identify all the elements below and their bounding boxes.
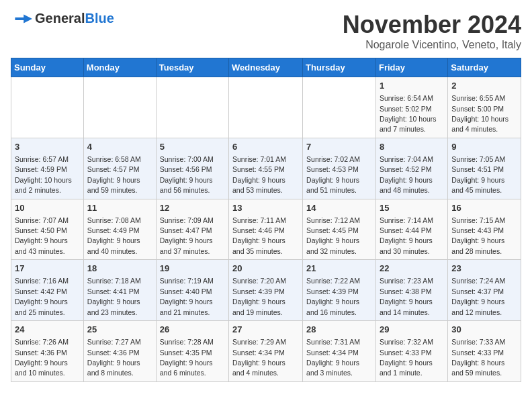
week-row-5: 24Sunrise: 7:26 AM Sunset: 4:36 PM Dayli… [11,321,521,382]
calendar-table: SundayMondayTuesdayWednesdayThursdayFrid… [11,58,521,382]
day-number: 23 [451,263,517,275]
header-day-tuesday: Tuesday [156,58,228,77]
day-cell: 19Sunrise: 7:19 AM Sunset: 4:40 PM Dayli… [156,260,228,321]
day-cell: 28Sunrise: 7:31 AM Sunset: 4:34 PM Dayli… [303,321,376,382]
day-number: 17 [15,263,80,275]
day-cell: 18Sunrise: 7:18 AM Sunset: 4:41 PM Dayli… [83,260,156,321]
day-info: Sunrise: 7:19 AM Sunset: 4:40 PM Dayligh… [160,277,214,316]
day-cell: 23Sunrise: 7:24 AM Sunset: 4:37 PM Dayli… [448,260,521,321]
day-number: 10 [15,202,80,214]
day-cell: 20Sunrise: 7:20 AM Sunset: 4:39 PM Dayli… [229,260,303,321]
day-cell: 2Sunrise: 6:55 AM Sunset: 5:00 PM Daylig… [448,77,521,138]
day-cell: 6Sunrise: 7:01 AM Sunset: 4:55 PM Daylig… [229,138,303,199]
day-cell: 22Sunrise: 7:23 AM Sunset: 4:38 PM Dayli… [375,260,447,321]
day-number: 7 [306,141,372,153]
day-info: Sunrise: 7:00 AM Sunset: 4:56 PM Dayligh… [160,155,214,194]
day-cell: 7Sunrise: 7:02 AM Sunset: 4:53 PM Daylig… [303,138,376,199]
day-number: 18 [87,263,152,275]
header-day-wednesday: Wednesday [229,58,303,77]
day-number: 25 [87,324,152,336]
day-number: 28 [306,324,372,336]
day-info: Sunrise: 6:58 AM Sunset: 4:57 PM Dayligh… [87,155,141,194]
day-info: Sunrise: 7:27 AM Sunset: 4:36 PM Dayligh… [87,338,141,377]
day-number: 8 [380,141,444,153]
day-info: Sunrise: 7:33 AM Sunset: 4:33 PM Dayligh… [451,338,505,377]
day-cell [303,77,376,138]
day-number: 15 [380,202,444,214]
day-cell: 30Sunrise: 7:33 AM Sunset: 4:33 PM Dayli… [448,321,521,382]
day-number: 20 [232,263,299,275]
day-number: 26 [160,324,225,336]
day-info: Sunrise: 7:24 AM Sunset: 4:37 PM Dayligh… [451,277,505,316]
header-day-sunday: Sunday [11,58,84,77]
day-info: Sunrise: 7:28 AM Sunset: 4:35 PM Dayligh… [160,338,214,377]
day-cell: 13Sunrise: 7:11 AM Sunset: 4:46 PM Dayli… [229,199,303,260]
day-cell: 1Sunrise: 6:54 AM Sunset: 5:02 PM Daylig… [375,77,447,138]
day-number: 16 [451,202,517,214]
day-info: Sunrise: 7:04 AM Sunset: 4:52 PM Dayligh… [380,155,433,194]
title-area: November 2024 Nogarole Vicentino, Veneto… [343,11,521,51]
day-cell: 12Sunrise: 7:09 AM Sunset: 4:47 PM Dayli… [156,199,228,260]
day-number: 22 [380,263,444,275]
day-cell [229,77,303,138]
day-number: 4 [87,141,152,153]
logo-icon [11,12,32,26]
header-day-friday: Friday [375,58,447,77]
day-cell: 9Sunrise: 7:05 AM Sunset: 4:51 PM Daylig… [448,138,521,199]
day-info: Sunrise: 7:05 AM Sunset: 4:51 PM Dayligh… [451,155,505,194]
day-cell: 10Sunrise: 7:07 AM Sunset: 4:50 PM Dayli… [11,199,84,260]
day-number: 3 [15,141,80,153]
day-cell: 17Sunrise: 7:16 AM Sunset: 4:42 PM Dayli… [11,260,84,321]
day-cell: 26Sunrise: 7:28 AM Sunset: 4:35 PM Dayli… [156,321,228,382]
day-info: Sunrise: 7:07 AM Sunset: 4:50 PM Dayligh… [15,216,69,255]
day-cell: 5Sunrise: 7:00 AM Sunset: 4:56 PM Daylig… [156,138,228,199]
logo: GeneralBlue [11,11,114,26]
day-info: Sunrise: 7:31 AM Sunset: 4:34 PM Dayligh… [306,338,360,377]
day-info: Sunrise: 7:32 AM Sunset: 4:33 PM Dayligh… [380,338,433,377]
header-day-saturday: Saturday [448,58,521,77]
day-info: Sunrise: 6:57 AM Sunset: 4:59 PM Dayligh… [15,155,72,194]
day-cell: 24Sunrise: 7:26 AM Sunset: 4:36 PM Dayli… [11,321,84,382]
day-cell [11,77,84,138]
day-number: 1 [380,80,444,92]
day-info: Sunrise: 7:08 AM Sunset: 4:49 PM Dayligh… [87,216,141,255]
day-number: 11 [87,202,152,214]
day-cell: 15Sunrise: 7:14 AM Sunset: 4:44 PM Dayli… [375,199,447,260]
day-info: Sunrise: 7:01 AM Sunset: 4:55 PM Dayligh… [232,155,286,194]
day-cell: 3Sunrise: 6:57 AM Sunset: 4:59 PM Daylig… [11,138,84,199]
day-number: 5 [160,141,225,153]
day-number: 6 [232,141,299,153]
day-info: Sunrise: 7:02 AM Sunset: 4:53 PM Dayligh… [306,155,360,194]
week-row-1: 1Sunrise: 6:54 AM Sunset: 5:02 PM Daylig… [11,77,521,138]
day-info: Sunrise: 7:20 AM Sunset: 4:39 PM Dayligh… [232,277,286,316]
header-day-monday: Monday [83,58,156,77]
day-info: Sunrise: 7:22 AM Sunset: 4:39 PM Dayligh… [306,277,360,316]
day-info: Sunrise: 6:55 AM Sunset: 5:00 PM Dayligh… [451,94,508,133]
header-day-thursday: Thursday [303,58,376,77]
day-info: Sunrise: 7:11 AM Sunset: 4:46 PM Dayligh… [232,216,286,255]
day-info: Sunrise: 7:12 AM Sunset: 4:45 PM Dayligh… [306,216,360,255]
day-number: 21 [306,263,372,275]
day-number: 14 [306,202,372,214]
week-row-3: 10Sunrise: 7:07 AM Sunset: 4:50 PM Dayli… [11,199,521,260]
day-number: 9 [451,141,517,153]
location-subtitle: Nogarole Vicentino, Veneto, Italy [343,39,521,51]
day-number: 13 [232,202,299,214]
day-number: 24 [15,324,80,336]
header: GeneralBlue November 2024 Nogarole Vicen… [11,11,521,51]
day-cell: 16Sunrise: 7:15 AM Sunset: 4:43 PM Dayli… [448,199,521,260]
day-info: Sunrise: 7:26 AM Sunset: 4:36 PM Dayligh… [15,338,69,377]
day-number: 2 [451,80,517,92]
day-info: Sunrise: 7:14 AM Sunset: 4:44 PM Dayligh… [380,216,433,255]
day-info: Sunrise: 7:18 AM Sunset: 4:41 PM Dayligh… [87,277,141,316]
day-number: 29 [380,324,444,336]
day-info: Sunrise: 7:23 AM Sunset: 4:38 PM Dayligh… [380,277,433,316]
day-cell: 21Sunrise: 7:22 AM Sunset: 4:39 PM Dayli… [303,260,376,321]
day-cell [156,77,228,138]
day-info: Sunrise: 6:54 AM Sunset: 5:02 PM Dayligh… [380,94,437,133]
day-cell: 4Sunrise: 6:58 AM Sunset: 4:57 PM Daylig… [83,138,156,199]
month-title: November 2024 [343,11,521,39]
day-cell: 27Sunrise: 7:29 AM Sunset: 4:34 PM Dayli… [229,321,303,382]
day-number: 12 [160,202,225,214]
day-cell [83,77,156,138]
